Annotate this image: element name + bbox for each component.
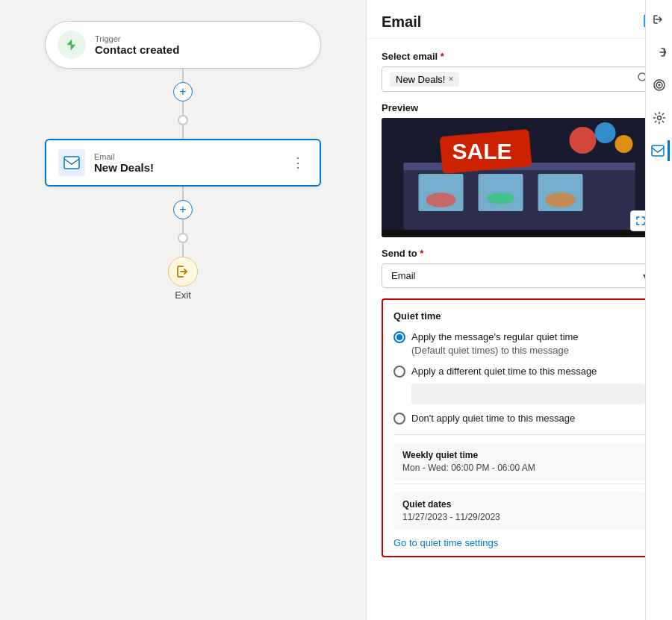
- svg-rect-23: [652, 145, 664, 156]
- trigger-icon: [57, 31, 86, 59]
- quiet-time-radio-group: Apply the message's regular quiet time (…: [393, 331, 645, 425]
- connector-2: +: [173, 187, 193, 257]
- svg-point-12: [570, 127, 597, 154]
- required-star-2: *: [420, 248, 423, 259]
- exit-label: Exit: [175, 289, 191, 301]
- trigger-label: Trigger: [95, 34, 179, 43]
- email-settings-panel: Email Select email * New Deals! ×: [366, 0, 672, 620]
- email-node[interactable]: Email New Deals! ⋮: [45, 139, 321, 187]
- target-icon[interactable]: [649, 75, 670, 95]
- svg-point-16: [488, 192, 514, 204]
- connector-line: [182, 125, 184, 139]
- email-node-icon: [58, 149, 85, 176]
- connector-1: +: [173, 69, 193, 139]
- radio-input-1[interactable]: [393, 331, 405, 343]
- connector-line: [182, 187, 184, 200]
- connector-line: [182, 69, 184, 82]
- svg-point-22: [657, 116, 661, 120]
- svg-text:SALE: SALE: [452, 139, 512, 163]
- sale-preview-image: SALE: [382, 118, 657, 237]
- right-sidebar: [645, 0, 672, 620]
- weekly-quiet-time-box: Weekly quiet time Mon - Wed: 06:00 PM - …: [393, 442, 645, 480]
- add-step-button-1[interactable]: +: [173, 82, 193, 101]
- radio-text-3: Don't apply quiet time to this message: [411, 412, 575, 425]
- svg-point-13: [595, 122, 616, 143]
- quiet-dates-title: Quiet dates: [402, 499, 636, 510]
- quiet-time-option-3[interactable]: Don't apply quiet time to this message: [393, 412, 645, 425]
- login-icon[interactable]: [649, 9, 670, 30]
- svg-point-21: [658, 84, 660, 87]
- tag-remove-button[interactable]: ×: [448, 74, 453, 84]
- connector-line: [182, 243, 184, 257]
- send-to-dropdown[interactable]: Email ▾: [382, 263, 657, 288]
- settings-icon[interactable]: [649, 107, 670, 128]
- select-email-field-group: Select email * New Deals! ×: [382, 51, 657, 92]
- svg-rect-18: [382, 230, 657, 237]
- weekly-quiet-time-value: Mon - Wed: 06:00 PM - 06:00 AM: [402, 463, 636, 473]
- send-to-label: Send to *: [382, 248, 657, 259]
- quiet-time-option-2[interactable]: Apply a different quiet time to this mes…: [393, 365, 645, 378]
- email-tag: New Deals! ×: [390, 72, 459, 87]
- panel-body: Select email * New Deals! × Preview: [367, 39, 672, 569]
- quiet-time-title: Quiet time: [393, 310, 645, 322]
- connector-line: [182, 101, 184, 115]
- quiet-time-option-1[interactable]: Apply the message's regular quiet time (…: [393, 331, 645, 357]
- quiet-dates-value: 11/27/2023 - 11/29/2023: [402, 512, 636, 522]
- svg-point-14: [615, 135, 633, 153]
- radio-text-2: Apply a different quiet time to this mes…: [411, 365, 597, 378]
- svg-point-17: [546, 192, 576, 207]
- quiet-dates-box: Quiet dates 11/27/2023 - 11/29/2023: [393, 492, 645, 530]
- svg-point-15: [426, 192, 456, 207]
- quiet-time-settings-link[interactable]: Go to quiet time settings: [393, 537, 645, 548]
- exit-icon: [168, 257, 198, 286]
- email-node-menu-button[interactable]: ⋮: [288, 151, 308, 174]
- send-to-value: Email: [391, 270, 643, 281]
- required-star: *: [441, 51, 444, 62]
- svg-rect-0: [64, 157, 79, 169]
- radio-input-2[interactable]: [393, 366, 405, 378]
- exit-node: Exit: [168, 257, 198, 301]
- preview-label: Preview: [382, 102, 657, 113]
- radio-dot: [396, 334, 402, 340]
- trigger-node[interactable]: Trigger Contact created: [45, 21, 321, 69]
- add-step-button-2[interactable]: +: [173, 200, 193, 219]
- quiet-time-sub-input: [411, 383, 645, 404]
- trigger-text: Trigger Contact created: [95, 34, 179, 56]
- radio-text-1: Apply the message's regular quiet time (…: [411, 331, 579, 357]
- email-node-name: New Deals!: [94, 161, 279, 174]
- select-email-input[interactable]: New Deals! ×: [382, 66, 657, 92]
- workflow-canvas: Trigger Contact created + Email New Deal…: [0, 0, 366, 620]
- radio-input-3[interactable]: [393, 413, 405, 425]
- send-to-section: Send to * Email ▾: [382, 248, 657, 288]
- preview-section: Preview SALE: [382, 102, 657, 237]
- select-email-label: Select email *: [382, 51, 657, 62]
- email-node-label: Email: [94, 152, 279, 161]
- logout-icon[interactable]: [649, 42, 670, 63]
- divider: [393, 434, 645, 435]
- connector-dot: [178, 115, 188, 125]
- quiet-time-option-2-group: Apply a different quiet time to this mes…: [393, 365, 645, 404]
- quiet-time-section: Quiet time Apply the message's regular q…: [382, 298, 657, 557]
- panel-header: Email: [367, 0, 672, 39]
- email-sidebar-icon[interactable]: [649, 140, 670, 161]
- connector-dot: [178, 233, 188, 243]
- connector-line: [182, 219, 184, 233]
- panel-title: Email: [382, 13, 421, 31]
- divider-2: [393, 483, 645, 484]
- weekly-quiet-time-title: Weekly quiet time: [402, 450, 636, 460]
- preview-image: SALE: [382, 118, 657, 237]
- trigger-name: Contact created: [95, 43, 179, 56]
- email-text-group: Email New Deals!: [94, 152, 279, 174]
